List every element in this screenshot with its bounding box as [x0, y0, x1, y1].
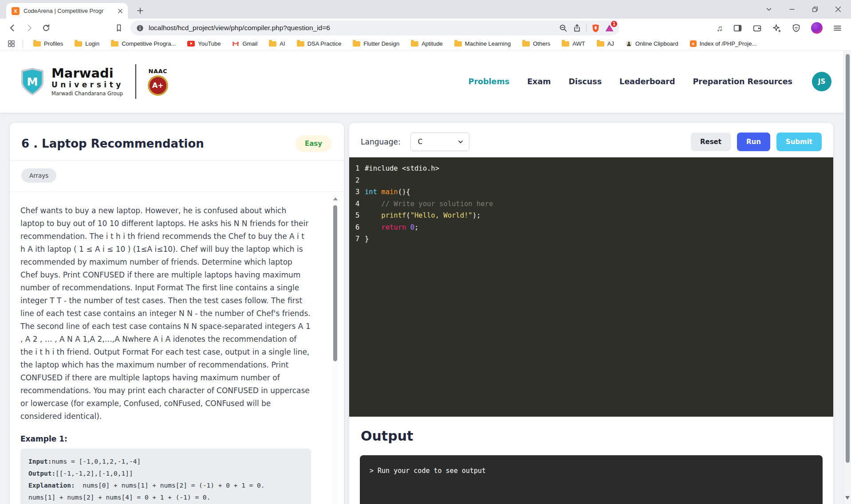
person-avatar-icon: [626, 40, 632, 47]
bookmark-flutter-design[interactable]: Flutter Design: [350, 39, 402, 48]
nav-leaderboard[interactable]: Leaderboard: [619, 77, 675, 86]
compiler-panel: Language: C Reset Run Submit 1#include <…: [349, 123, 833, 504]
toolbar-separator: [586, 23, 587, 32]
forward-icon[interactable]: [24, 23, 35, 33]
media-control-icon[interactable]: ♫: [717, 24, 723, 32]
bookmark-index-php[interactable]: XIndex of /PHP_Proje...: [687, 39, 760, 48]
folder-icon: [269, 41, 276, 47]
restore-icon[interactable]: [810, 4, 820, 14]
example-input-value: nums = [-1,0,1,2,-1,-4]: [51, 458, 141, 465]
logo-divider: [135, 64, 136, 99]
example-code-block: Input:nums = [-1,0,1,2,-1,-4] Output:[[-…: [20, 449, 311, 504]
bookmark-aj[interactable]: AJ: [594, 39, 617, 48]
bookmark-others[interactable]: Others: [519, 39, 553, 48]
nav-preparation-resources[interactable]: Preparation Resources: [693, 77, 792, 86]
rewards-badge: 1: [611, 20, 618, 27]
share-icon[interactable]: [572, 23, 582, 33]
folder-icon: [562, 41, 569, 47]
gmail-icon: [232, 41, 239, 47]
university-logo[interactable]: M Marwadi University Marwadi Chandarana …: [20, 64, 168, 99]
close-icon[interactable]: [833, 4, 843, 14]
minimize-icon[interactable]: [787, 4, 797, 14]
site-info-icon[interactable]: [136, 24, 144, 32]
problem-description: Chef wants to buy a new laptop. However,…: [20, 204, 311, 423]
url-text[interactable]: localhost/hcd_project/view/php/compiler.…: [149, 24, 554, 32]
tab-close-icon[interactable]: [117, 8, 123, 14]
page-scrollbar-thumb[interactable]: [846, 54, 850, 463]
brave-shield-icon[interactable]: [591, 23, 600, 33]
nav-discuss[interactable]: Discuss: [568, 77, 602, 86]
bookmark-online-clipboard[interactable]: Online Clipboard: [622, 39, 682, 48]
tab-title: CodeArena | Competitive Progr: [24, 8, 113, 14]
brave-rewards-icon[interactable]: 1: [605, 23, 614, 33]
problem-panel: 6 . Laptop Recommendation Easy Arrays Ch…: [10, 123, 344, 504]
youtube-icon: [187, 41, 195, 47]
scroll-down-arrow-icon[interactable]: [845, 496, 850, 500]
run-button[interactable]: Run: [737, 133, 770, 151]
back-icon[interactable]: [7, 23, 18, 33]
bookmark-competitive[interactable]: Competitive Progra...: [108, 39, 179, 48]
browser-toolbar: localhost/hcd_project/view/php/compiler.…: [0, 19, 851, 37]
bookmark-ai[interactable]: AI: [266, 39, 288, 48]
language-select[interactable]: C: [410, 133, 469, 151]
menu-hamburger-icon[interactable]: [833, 23, 842, 33]
page-viewport: M Marwadi University Marwadi Chandarana …: [0, 51, 851, 504]
vpn-shield-icon[interactable]: [792, 23, 801, 33]
bookmarks-bar: Profiles Login Competitive Progra... You…: [0, 37, 851, 51]
problem-description-area: Chef wants to buy a new laptop. However,…: [10, 191, 344, 504]
apps-grid-icon[interactable]: [7, 39, 16, 48]
bookmark-gmail[interactable]: Gmail: [229, 39, 260, 48]
folder-icon: [33, 41, 41, 47]
zoom-out-icon[interactable]: [559, 23, 568, 33]
bookmark-login[interactable]: Login: [71, 39, 102, 48]
difficulty-badge: Easy: [295, 135, 331, 152]
scrollbar-thumb[interactable]: [333, 205, 337, 361]
folder-icon: [111, 41, 118, 47]
address-bar[interactable]: localhost/hcd_project/view/php/compiler.…: [130, 20, 619, 35]
new-tab-button[interactable]: [133, 4, 147, 18]
folder-icon: [454, 41, 462, 47]
wallet-icon[interactable]: [753, 23, 762, 33]
code-editor[interactable]: 1#include <stdio.h> 2 3int main(){ 4 // …: [349, 157, 833, 417]
sidebar-icon[interactable]: [733, 23, 742, 33]
description-scrollbar[interactable]: [332, 194, 338, 504]
logo-subtitle: University: [51, 80, 124, 90]
output-terminal: > Run your code to see output: [360, 455, 823, 504]
profile-avatar[interactable]: [811, 22, 823, 34]
bookmark-awt[interactable]: AWT: [559, 39, 588, 48]
window-controls: [764, 0, 847, 19]
tag-arrays[interactable]: Arrays: [21, 168, 56, 183]
bookmark-youtube[interactable]: YouTube: [184, 39, 224, 48]
site-header: M Marwadi University Marwadi Chandarana …: [0, 51, 851, 113]
bookmark-machine-learning[interactable]: Machine Learning: [451, 39, 514, 48]
bookmark-dsa-practice[interactable]: DSA Practice: [294, 39, 345, 48]
folder-icon: [597, 41, 604, 47]
toolbar-extensions: ♫: [717, 22, 844, 34]
user-avatar[interactable]: JS: [812, 72, 831, 91]
submit-button[interactable]: Submit: [776, 133, 822, 151]
bookmark-aptitude[interactable]: Aptitude: [408, 39, 446, 48]
nav-problems[interactable]: Problems: [469, 77, 510, 86]
leo-ai-sparkles-icon[interactable]: [772, 23, 781, 33]
language-label: Language:: [361, 137, 401, 146]
browser-tab[interactable]: X CodeArena | Competitive Progr: [6, 3, 128, 19]
bookmark-profiles[interactable]: Profiles: [30, 39, 66, 48]
chevron-down-icon: [457, 139, 464, 145]
reset-button[interactable]: Reset: [691, 133, 731, 151]
folder-icon: [75, 41, 82, 47]
reload-icon[interactable]: [41, 23, 51, 33]
xampp-favicon-icon: X: [12, 7, 20, 15]
svg-text:M: M: [27, 75, 38, 88]
nav-exam[interactable]: Exam: [527, 77, 551, 86]
example-explanation-first: nums[0] + nums[1] + nums[2] = (-1) + 0 +…: [75, 482, 265, 489]
bookmark-flag-icon[interactable]: [114, 23, 124, 33]
folder-icon: [297, 41, 304, 47]
example-input-label: Input:: [28, 458, 51, 465]
xampp-icon: X: [690, 40, 697, 47]
scroll-up-arrow-icon[interactable]: [333, 197, 338, 200]
tab-search-chevron-icon[interactable]: [764, 4, 774, 14]
logo-tagline: Marwadi Chandarana Group: [51, 90, 124, 97]
folder-icon: [353, 41, 360, 47]
naac-label: NAAC: [149, 68, 168, 74]
page-scrollbar[interactable]: [843, 51, 851, 504]
